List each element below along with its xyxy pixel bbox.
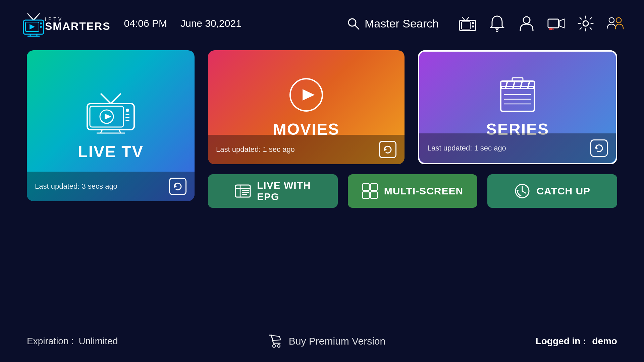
svg-marker-45 <box>384 148 387 151</box>
expiration-value: Unlimited <box>79 336 118 346</box>
svg-line-48 <box>505 81 507 88</box>
movies-card[interactable]: MOVIES Last updated: 1 sec ago <box>208 50 405 164</box>
right-column: MOVIES Last updated: 1 sec ago <box>208 50 617 208</box>
logo-icon <box>20 10 47 37</box>
logged-in-info: Logged in : demo <box>536 336 617 347</box>
svg-rect-65 <box>371 184 377 190</box>
svg-marker-57 <box>596 146 598 150</box>
multi-screen-button[interactable]: MULTI-SCREEN <box>348 174 478 208</box>
svg-point-15 <box>472 25 474 27</box>
header: IPTV SMARTERS 04:06 PM June 30,2021 Mast… <box>0 0 644 47</box>
user-icon[interactable] <box>518 15 535 32</box>
svg-line-30 <box>111 94 121 104</box>
live-epg-label-2: EPG <box>257 191 279 202</box>
svg-point-35 <box>126 109 129 112</box>
cart-icon <box>268 334 283 349</box>
live-epg-button[interactable]: LIVE WITH EPG <box>208 174 338 208</box>
svg-rect-37 <box>125 117 129 118</box>
svg-rect-22 <box>548 19 559 28</box>
series-refresh[interactable] <box>590 139 608 157</box>
live-tv-title: LIVE TV <box>78 142 143 161</box>
svg-line-51 <box>528 81 530 88</box>
cards-row: LIVE TV Last updated: 3 secs ago <box>27 50 617 208</box>
svg-point-27 <box>609 18 614 23</box>
svg-point-28 <box>616 18 621 23</box>
radio-icon[interactable] <box>459 15 476 32</box>
bottom-buttons: LIVE WITH EPG MULTI-SCREEN <box>208 174 617 208</box>
catchup-icon <box>514 183 530 199</box>
nav-icons: REC <box>459 15 624 32</box>
logged-in-label: Logged in : <box>536 336 586 346</box>
svg-marker-44 <box>303 89 315 101</box>
svg-point-14 <box>472 22 474 24</box>
svg-rect-67 <box>371 192 377 198</box>
series-card[interactable]: SERIES Last updated: 1 sec ago <box>418 50 617 164</box>
movies-refresh[interactable] <box>379 141 396 158</box>
live-tv-refresh[interactable] <box>169 178 186 195</box>
svg-point-72 <box>273 345 275 347</box>
svg-marker-71 <box>516 190 519 192</box>
svg-rect-58 <box>235 185 250 197</box>
multi-screen-label: MULTI-SCREEN <box>384 185 463 197</box>
svg-rect-36 <box>125 114 129 115</box>
movies-icon <box>288 76 325 115</box>
catch-up-label: CATCH UP <box>536 185 590 197</box>
multiscreen-icon <box>362 183 378 199</box>
buy-premium-button[interactable]: Buy Premium Version <box>268 334 385 349</box>
live-tv-update: Last updated: 3 secs ago <box>35 182 117 191</box>
svg-point-26 <box>583 21 588 26</box>
expiration-label: Expiration : <box>27 336 74 346</box>
svg-line-70 <box>522 191 526 193</box>
svg-marker-42 <box>174 185 177 188</box>
logged-in-user: demo <box>592 336 617 346</box>
movies-update: Last updated: 1 sec ago <box>216 145 295 154</box>
series-footer: Last updated: 1 sec ago <box>419 133 616 163</box>
svg-text:REC: REC <box>549 28 554 30</box>
svg-marker-23 <box>559 19 564 28</box>
svg-line-1 <box>34 13 40 20</box>
bell-icon[interactable] <box>488 15 506 32</box>
live-tv-footer: Last updated: 3 secs ago <box>27 172 195 201</box>
top-cards: MOVIES Last updated: 1 sec ago <box>208 50 617 164</box>
switch-user-icon[interactable] <box>606 15 624 32</box>
live-tv-card[interactable]: LIVE TV Last updated: 3 secs ago <box>27 50 195 201</box>
record-icon[interactable]: REC <box>547 15 565 32</box>
logo-smarters: SMARTERS <box>45 20 111 32</box>
settings-icon[interactable] <box>577 15 594 32</box>
svg-rect-66 <box>363 192 369 198</box>
main-content: LIVE TV Last updated: 3 secs ago <box>0 47 644 208</box>
svg-point-20 <box>496 29 498 32</box>
svg-rect-64 <box>363 184 369 190</box>
search-icon <box>346 17 360 30</box>
footer: Expiration : Unlimited Buy Premium Versi… <box>0 334 644 349</box>
logo: IPTV SMARTERS <box>20 10 111 37</box>
series-update: Last updated: 1 sec ago <box>427 144 506 153</box>
search-label: Master Search <box>365 17 439 30</box>
datetime: 04:06 PM June 30,2021 <box>124 18 241 29</box>
svg-line-0 <box>28 13 34 20</box>
search-bar[interactable]: Master Search <box>346 17 439 30</box>
svg-rect-13 <box>462 22 470 29</box>
current-date: June 30,2021 <box>180 18 241 29</box>
svg-point-5 <box>40 22 42 24</box>
current-time: 04:06 PM <box>124 18 167 29</box>
svg-line-11 <box>355 25 359 29</box>
series-icon <box>497 76 538 115</box>
svg-point-6 <box>40 26 42 28</box>
catch-up-button[interactable]: CATCH UP <box>487 174 617 208</box>
buy-premium-label: Buy Premium Version <box>289 336 385 347</box>
live-tv-icon <box>84 91 138 136</box>
svg-point-21 <box>523 17 530 23</box>
svg-marker-34 <box>105 114 111 120</box>
svg-point-73 <box>277 345 280 347</box>
svg-rect-38 <box>125 120 129 121</box>
svg-line-29 <box>101 94 111 104</box>
svg-marker-4 <box>30 24 35 29</box>
live-epg-label-1: LIVE WITH <box>257 180 311 191</box>
expiration-info: Expiration : Unlimited <box>27 336 118 347</box>
epg-icon <box>235 183 251 199</box>
movies-footer: Last updated: 1 sec ago <box>208 135 405 164</box>
